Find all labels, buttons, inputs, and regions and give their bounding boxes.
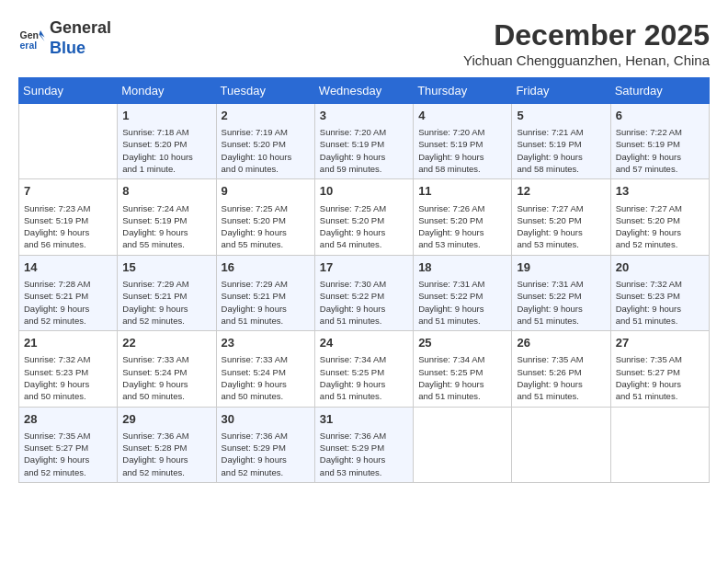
day-cell [512, 407, 610, 482]
day-number: 2 [222, 108, 310, 124]
location-title: Yichuan Chengguanzhen, Henan, China [463, 52, 710, 68]
day-info: Sunrise: 7:34 AM Sunset: 5:25 PM Dayligh… [418, 353, 506, 402]
day-info: Sunrise: 7:28 AM Sunset: 5:21 PM Dayligh… [24, 278, 112, 327]
day-info: Sunrise: 7:32 AM Sunset: 5:23 PM Dayligh… [24, 353, 112, 402]
day-info: Sunrise: 7:24 AM Sunset: 5:19 PM Dayligh… [122, 202, 210, 251]
day-number: 30 [222, 411, 310, 428]
day-info: Sunrise: 7:36 AM Sunset: 5:29 PM Dayligh… [222, 430, 310, 478]
day-cell: 10Sunrise: 7:25 AM Sunset: 5:20 PM Dayli… [314, 179, 413, 255]
day-info: Sunrise: 7:22 AM Sunset: 5:19 PM Dayligh… [616, 126, 704, 175]
title-block: December 2025 Yichuan Chengguanzhen, Hen… [463, 18, 710, 68]
week-row-4: 21Sunrise: 7:32 AM Sunset: 5:23 PM Dayli… [19, 331, 710, 407]
day-info: Sunrise: 7:31 AM Sunset: 5:22 PM Dayligh… [517, 278, 605, 327]
column-header-sunday: Sunday [19, 78, 118, 104]
day-info: Sunrise: 7:23 AM Sunset: 5:19 PM Dayligh… [24, 202, 112, 251]
day-number: 12 [517, 183, 605, 200]
day-info: Sunrise: 7:34 AM Sunset: 5:25 PM Dayligh… [320, 353, 408, 402]
day-number: 20 [616, 259, 704, 276]
day-number: 24 [320, 335, 408, 351]
day-info: Sunrise: 7:33 AM Sunset: 5:24 PM Dayligh… [222, 353, 310, 402]
week-row-3: 14Sunrise: 7:28 AM Sunset: 5:21 PM Dayli… [19, 255, 710, 330]
column-header-tuesday: Tuesday [216, 78, 314, 104]
day-cell: 8Sunrise: 7:24 AM Sunset: 5:19 PM Daylig… [118, 179, 216, 255]
day-cell: 25Sunrise: 7:34 AM Sunset: 5:25 PM Dayli… [414, 331, 512, 407]
day-cell: 16Sunrise: 7:29 AM Sunset: 5:21 PM Dayli… [216, 255, 314, 330]
day-info: Sunrise: 7:27 AM Sunset: 5:20 PM Dayligh… [517, 202, 605, 251]
day-cell: 5Sunrise: 7:21 AM Sunset: 5:19 PM Daylig… [512, 104, 610, 179]
day-number: 17 [320, 259, 408, 276]
day-info: Sunrise: 7:36 AM Sunset: 5:28 PM Dayligh… [122, 430, 210, 478]
day-cell: 23Sunrise: 7:33 AM Sunset: 5:24 PM Dayli… [216, 331, 314, 407]
logo: Gen eral General Blue [18, 18, 111, 58]
day-info: Sunrise: 7:26 AM Sunset: 5:20 PM Dayligh… [418, 202, 506, 251]
day-number: 23 [222, 335, 310, 351]
day-number: 28 [24, 411, 112, 428]
day-number: 6 [616, 108, 704, 124]
day-info: Sunrise: 7:18 AM Sunset: 5:20 PM Dayligh… [122, 126, 210, 175]
day-info: Sunrise: 7:36 AM Sunset: 5:29 PM Dayligh… [320, 430, 408, 478]
day-cell: 26Sunrise: 7:35 AM Sunset: 5:26 PM Dayli… [512, 331, 610, 407]
month-title: December 2025 [463, 18, 710, 52]
day-number: 21 [24, 335, 112, 351]
header: Gen eral General Blue December 2025 Yich… [18, 18, 710, 68]
day-cell: 6Sunrise: 7:22 AM Sunset: 5:19 PM Daylig… [610, 104, 709, 179]
day-cell: 21Sunrise: 7:32 AM Sunset: 5:23 PM Dayli… [19, 331, 118, 407]
day-cell: 11Sunrise: 7:26 AM Sunset: 5:20 PM Dayli… [414, 179, 512, 255]
day-info: Sunrise: 7:30 AM Sunset: 5:22 PM Dayligh… [320, 278, 408, 327]
day-cell [19, 104, 118, 179]
day-info: Sunrise: 7:20 AM Sunset: 5:19 PM Dayligh… [418, 126, 506, 175]
column-header-saturday: Saturday [610, 78, 709, 104]
day-number: 25 [418, 335, 506, 351]
day-cell: 14Sunrise: 7:28 AM Sunset: 5:21 PM Dayli… [19, 255, 118, 330]
day-info: Sunrise: 7:20 AM Sunset: 5:19 PM Dayligh… [320, 126, 408, 175]
week-row-2: 7Sunrise: 7:23 AM Sunset: 5:19 PM Daylig… [19, 179, 710, 255]
day-cell: 29Sunrise: 7:36 AM Sunset: 5:28 PM Dayli… [118, 407, 216, 482]
day-number: 16 [222, 259, 310, 276]
day-cell [610, 407, 709, 482]
column-header-monday: Monday [118, 78, 216, 104]
svg-marker-2 [40, 30, 45, 41]
day-number: 5 [517, 108, 605, 124]
day-info: Sunrise: 7:25 AM Sunset: 5:20 PM Dayligh… [222, 202, 310, 251]
day-number: 22 [122, 335, 210, 351]
column-header-thursday: Thursday [414, 78, 512, 104]
day-number: 26 [517, 335, 605, 351]
day-cell [414, 407, 512, 482]
day-info: Sunrise: 7:21 AM Sunset: 5:19 PM Dayligh… [517, 126, 605, 175]
day-info: Sunrise: 7:29 AM Sunset: 5:21 PM Dayligh… [122, 278, 210, 327]
day-number: 4 [418, 108, 506, 124]
day-cell: 18Sunrise: 7:31 AM Sunset: 5:22 PM Dayli… [414, 255, 512, 330]
day-cell: 22Sunrise: 7:33 AM Sunset: 5:24 PM Dayli… [118, 331, 216, 407]
day-cell: 7Sunrise: 7:23 AM Sunset: 5:19 PM Daylig… [19, 179, 118, 255]
day-info: Sunrise: 7:31 AM Sunset: 5:22 PM Dayligh… [418, 278, 506, 327]
week-row-1: 1Sunrise: 7:18 AM Sunset: 5:20 PM Daylig… [19, 104, 710, 179]
day-cell: 24Sunrise: 7:34 AM Sunset: 5:25 PM Dayli… [314, 331, 413, 407]
week-row-5: 28Sunrise: 7:35 AM Sunset: 5:27 PM Dayli… [19, 407, 710, 482]
day-number: 14 [24, 259, 112, 276]
logo-text: General Blue [50, 18, 111, 58]
day-info: Sunrise: 7:33 AM Sunset: 5:24 PM Dayligh… [122, 353, 210, 402]
day-info: Sunrise: 7:29 AM Sunset: 5:21 PM Dayligh… [222, 278, 310, 327]
day-info: Sunrise: 7:32 AM Sunset: 5:23 PM Dayligh… [616, 278, 704, 327]
column-header-wednesday: Wednesday [314, 78, 413, 104]
day-number: 10 [320, 183, 408, 200]
day-cell: 17Sunrise: 7:30 AM Sunset: 5:22 PM Dayli… [314, 255, 413, 330]
day-number: 3 [320, 108, 408, 124]
day-info: Sunrise: 7:25 AM Sunset: 5:20 PM Dayligh… [320, 202, 408, 251]
day-cell: 27Sunrise: 7:35 AM Sunset: 5:27 PM Dayli… [610, 331, 709, 407]
day-info: Sunrise: 7:19 AM Sunset: 5:20 PM Dayligh… [222, 126, 310, 175]
day-number: 7 [24, 183, 112, 200]
svg-text:eral: eral [20, 39, 38, 50]
day-number: 9 [222, 183, 310, 200]
day-number: 8 [122, 183, 210, 200]
day-number: 27 [616, 335, 704, 351]
day-cell: 3Sunrise: 7:20 AM Sunset: 5:19 PM Daylig… [314, 104, 413, 179]
day-info: Sunrise: 7:35 AM Sunset: 5:26 PM Dayligh… [517, 353, 605, 402]
day-cell: 12Sunrise: 7:27 AM Sunset: 5:20 PM Dayli… [512, 179, 610, 255]
column-header-friday: Friday [512, 78, 610, 104]
day-number: 19 [517, 259, 605, 276]
logo-icon: Gen eral [18, 25, 46, 52]
day-number: 1 [122, 108, 210, 124]
day-cell: 13Sunrise: 7:27 AM Sunset: 5:20 PM Dayli… [610, 179, 709, 255]
day-number: 11 [418, 183, 506, 200]
